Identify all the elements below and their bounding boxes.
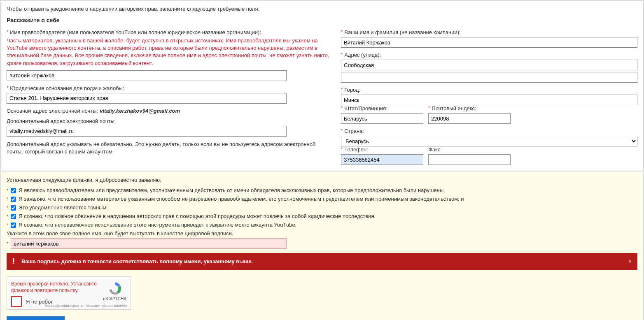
captcha-expired-text: Время проверки истекло. Установите флажо… xyxy=(11,281,98,294)
state-input[interactable] xyxy=(341,113,423,124)
legal-basis-input[interactable] xyxy=(7,93,287,104)
fax-input[interactable] xyxy=(428,154,511,165)
required-mark: * xyxy=(7,188,8,193)
instruction-text: Чтобы отправить уведомление о нарушении … xyxy=(7,6,637,12)
city-input[interactable] xyxy=(341,95,637,105)
signature-input[interactable] xyxy=(11,238,287,249)
recaptcha-brand: reCAPTCHA xyxy=(103,297,126,301)
declaration-text: Это уведомление является точным. xyxy=(19,204,108,211)
address-input[interactable] xyxy=(341,60,637,70)
required-mark: * xyxy=(7,214,8,219)
about-panel: Чтобы отправить уведомление о нарушении … xyxy=(0,0,644,171)
zip-input[interactable] xyxy=(428,113,511,124)
recaptcha-legal[interactable]: Конфиденциальность - Условия использован… xyxy=(45,304,127,308)
error-message: Ваша подпись должна в точности соответст… xyxy=(21,258,253,264)
declaration-row: * Это уведомление является точным. xyxy=(7,204,637,211)
submit-button[interactable]: Отправить жалобу xyxy=(7,316,65,320)
declaration-text: Я сознаю, что ложное обвинение в нарушен… xyxy=(19,213,376,219)
required-mark: * xyxy=(7,205,8,210)
primary-email-label: Основной адрес электронной почты: xyxy=(7,108,98,114)
alt-email-note: Дополнительный адрес указывать не обязат… xyxy=(7,141,329,155)
required-mark: * xyxy=(7,197,8,202)
declaration-row: * Я заявляю, что использование материало… xyxy=(7,196,637,202)
error-banner: ! Ваша подпись должна в точности соответ… xyxy=(7,253,637,270)
legal-basis-label: Юридические основания для подачи жалобы: xyxy=(7,85,329,91)
owner-warning: Часть материалов, указанных в вашей жало… xyxy=(7,37,329,67)
declaration-header: Устанавливая следующие флажки, я добросо… xyxy=(7,177,637,183)
declaration-checkbox-1[interactable] xyxy=(11,188,16,193)
address-label: Адрес (улица): xyxy=(341,52,637,58)
declaration-row: * Я являюсь правообладателем или предста… xyxy=(7,187,637,193)
state-label: Штат/Провинция: xyxy=(341,105,423,111)
declaration-checkbox-3[interactable] xyxy=(11,205,16,211)
signature-label: Укажите в этом поле свое полное имя, оно… xyxy=(7,230,637,237)
about-header: Расскажите о себе xyxy=(7,17,637,23)
recaptcha-icon xyxy=(107,281,122,296)
close-icon[interactable]: × xyxy=(628,258,632,264)
declaration-checkbox-4[interactable] xyxy=(11,214,16,219)
fullname-label: Ваши имя и фамилия (не название компании… xyxy=(341,29,637,35)
recaptcha-widget: Время проверки истекло. Установите флажо… xyxy=(7,276,131,310)
required-mark: * xyxy=(7,241,8,246)
phone-label: Телефон: xyxy=(341,146,423,153)
alert-icon: ! xyxy=(12,257,15,266)
country-select[interactable]: Беларусь xyxy=(341,136,637,146)
country-label: Страна: xyxy=(341,128,637,134)
owner-input[interactable] xyxy=(7,70,287,81)
primary-email-value: vitaliy.kerzhakov94@gmail.com xyxy=(100,108,180,114)
owner-label: Имя правообладателя (имя пользователя Yo… xyxy=(7,29,329,35)
declaration-row: * Я сознаю, что ложное обвинение в наруш… xyxy=(7,213,637,219)
alt-email-label: Дополнительный адрес электронной почты: xyxy=(7,118,329,124)
declaration-checkbox-2[interactable] xyxy=(11,197,16,202)
city-label: Город: xyxy=(341,87,637,93)
zip-label: Почтовый индекс: xyxy=(428,105,511,111)
declaration-text: Я заявляю, что использование материалов … xyxy=(19,196,464,202)
declaration-checkbox-5[interactable] xyxy=(11,223,16,228)
declaration-text: Я сознаю, что неправомочное использовани… xyxy=(19,222,296,228)
required-mark: * xyxy=(7,223,8,227)
address2-input[interactable] xyxy=(341,72,637,83)
declaration-text: Я являюсь правообладателем или представи… xyxy=(19,187,445,193)
captcha-checkbox[interactable] xyxy=(11,296,22,307)
phone-input[interactable] xyxy=(341,154,423,165)
alt-email-input[interactable] xyxy=(7,126,287,137)
fax-label: Факс: xyxy=(428,146,511,153)
declaration-row: * Я сознаю, что неправомочное использова… xyxy=(7,222,637,228)
declaration-panel: Устанавливая следующие флажки, я добросо… xyxy=(0,172,644,320)
fullname-input[interactable] xyxy=(341,37,637,48)
